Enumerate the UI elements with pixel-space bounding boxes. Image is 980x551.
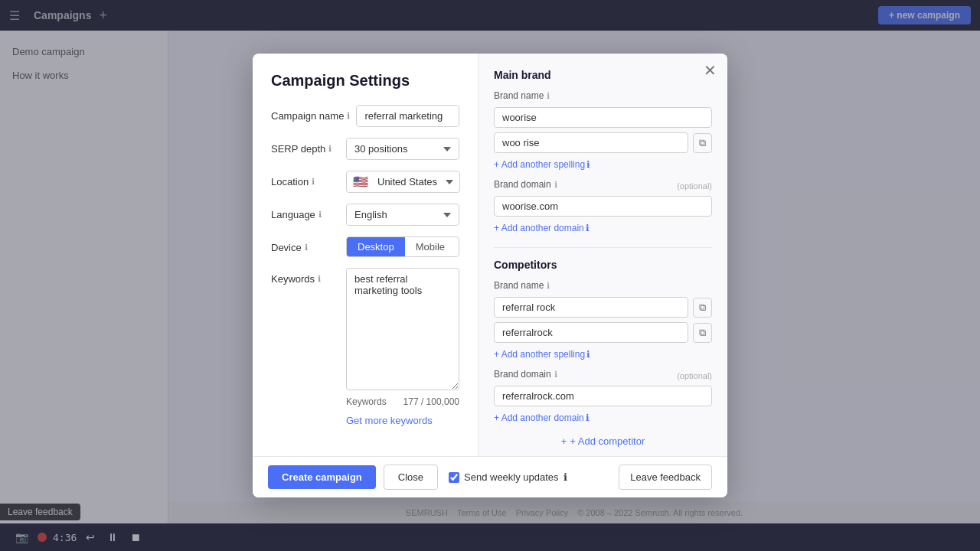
add-spelling-info-icon[interactable]: ℹ xyxy=(586,159,590,170)
main-brand-domain-optional: (optional) xyxy=(677,181,712,191)
language-wrap: English xyxy=(346,204,459,226)
keywords-label-text: Keywords xyxy=(346,396,387,407)
competitor-domain-optional: (optional) xyxy=(677,371,712,380)
competitor-add-domain-info-icon[interactable]: ℹ xyxy=(586,412,590,423)
send-updates-info-icon[interactable]: ℹ xyxy=(564,471,567,483)
device-wrap: Desktop Mobile xyxy=(346,236,459,257)
serp-depth-group: SERP depth ℹ 30 positions xyxy=(271,138,459,160)
left-panel: Campaign Settings Campaign name ℹ SERP d… xyxy=(253,54,479,456)
add-domain-info-icon[interactable]: ℹ xyxy=(586,223,590,233)
main-brand-add-domain-button[interactable]: + Add another domain ℹ xyxy=(494,221,590,235)
main-brand-domain-input[interactable] xyxy=(494,196,712,217)
device-toggle: Desktop Mobile xyxy=(346,236,459,257)
keywords-info-icon[interactable]: ℹ xyxy=(318,274,321,284)
main-brand-domain-row xyxy=(494,196,712,217)
desktop-button[interactable]: Desktop xyxy=(347,237,405,256)
main-brand-domain-info-icon[interactable]: ℹ xyxy=(554,180,557,190)
competitor-spelling-row: ⧉ xyxy=(494,322,712,343)
campaign-settings-modal: ✕ Campaign Settings Campaign name ℹ xyxy=(253,54,727,497)
us-flag-icon: 🇺🇸 xyxy=(347,174,374,189)
main-brand-title: Main brand xyxy=(494,69,712,81)
main-brand-name-label-row: Brand name ℹ xyxy=(494,90,712,104)
leave-feedback-button[interactable]: Leave feedback xyxy=(619,465,712,490)
create-campaign-button[interactable]: Create campaign xyxy=(268,465,376,489)
main-brand-copy-button[interactable]: ⧉ xyxy=(693,133,712,153)
keywords-textarea[interactable]: best referral marketing tools xyxy=(346,268,459,390)
competitor-domain-row xyxy=(494,386,712,406)
main-brand-domain-label: Brand domain ℹ xyxy=(494,179,557,190)
keywords-wrap: best referral marketing tools Keywords 1… xyxy=(346,268,459,429)
main-brand-name-input[interactable] xyxy=(494,107,712,128)
add-competitor-button[interactable]: + + Add competitor xyxy=(494,431,712,452)
location-label: Location ℹ xyxy=(271,171,340,187)
competitor-add-domain-button[interactable]: + Add another domain ℹ xyxy=(494,411,590,425)
competitor-brand-name-input[interactable] xyxy=(494,297,688,318)
competitor-domain-label-row: Brand domain ℹ (optional) xyxy=(494,369,712,383)
competitor-domain-info-icon[interactable]: ℹ xyxy=(554,370,557,380)
keywords-group: Keywords ℹ best referral marketing tools… xyxy=(271,268,459,429)
campaign-name-group: Campaign name ℹ xyxy=(271,105,459,127)
serp-depth-wrap: 30 positions xyxy=(346,138,459,160)
main-brand-section: Main brand Brand name ℹ ⧉ xyxy=(494,69,712,235)
competitor-spelling-input[interactable] xyxy=(494,322,688,343)
keywords-label: Keywords ℹ xyxy=(271,268,340,285)
modal-footer: Create campaign Close Send weekly update… xyxy=(253,456,727,497)
device-label: Device ℹ xyxy=(271,236,340,253)
device-group: Device ℹ Desktop Mobile xyxy=(271,236,459,257)
send-updates-checkbox[interactable] xyxy=(449,472,459,483)
competitor-brand-name-label-row: Brand name ℹ xyxy=(494,280,712,294)
competitor-copy-button[interactable]: ⧉ xyxy=(693,298,712,318)
device-info-icon[interactable]: ℹ xyxy=(305,243,308,253)
location-select-wrap: 🇺🇸 United States xyxy=(346,171,460,193)
send-updates-checkbox-wrap[interactable]: Send weekly updates ℹ xyxy=(449,471,567,483)
campaign-name-label: Campaign name ℹ xyxy=(271,105,350,122)
location-select[interactable]: United States xyxy=(374,171,459,192)
competitor-add-spelling-button[interactable]: + Add another spelling ℹ xyxy=(494,347,590,361)
language-group: Language ℹ English xyxy=(271,204,459,226)
close-button[interactable]: Close xyxy=(384,465,438,490)
keywords-count-value: 177 / 100,000 xyxy=(403,396,459,407)
location-wrap: 🇺🇸 United States xyxy=(346,171,460,193)
location-group: Location ℹ 🇺🇸 United States xyxy=(271,171,459,193)
competitor-brand-name-info-icon[interactable]: ℹ xyxy=(547,281,550,291)
language-info-icon[interactable]: ℹ xyxy=(318,210,322,220)
language-select[interactable]: English xyxy=(346,204,459,226)
competitor-domain-label: Brand domain ℹ xyxy=(494,369,557,380)
modal-close-button[interactable]: ✕ xyxy=(704,63,717,78)
serp-depth-label: SERP depth ℹ xyxy=(271,138,340,155)
right-panel: Main brand Brand name ℹ ⧉ xyxy=(479,54,727,456)
location-info-icon[interactable]: ℹ xyxy=(312,177,315,187)
modal-inner: Campaign Settings Campaign name ℹ SERP d… xyxy=(253,54,727,456)
main-brand-add-spelling-button[interactable]: + Add another spelling ℹ xyxy=(494,158,590,171)
get-more-keywords-button[interactable]: Get more keywords xyxy=(346,412,433,429)
main-brand-name-row xyxy=(494,107,712,128)
main-brand-name-info-icon[interactable]: ℹ xyxy=(547,91,550,101)
add-competitor-icon: + xyxy=(561,435,567,447)
main-brand-domain-label-row: Brand domain ℹ (optional) xyxy=(494,179,712,193)
language-label: Language ℹ xyxy=(271,204,340,220)
campaign-name-input[interactable] xyxy=(356,105,459,127)
competitors-section: Competitors Brand name ℹ ⧉ ⧉ xyxy=(494,247,712,452)
competitor-add-spelling-info-icon[interactable]: ℹ xyxy=(586,349,590,360)
keywords-count: Keywords 177 / 100,000 xyxy=(346,396,459,407)
campaign-name-info-icon[interactable]: ℹ xyxy=(347,111,350,121)
mobile-button[interactable]: Mobile xyxy=(405,237,456,256)
send-updates-label: Send weekly updates xyxy=(464,471,559,483)
serp-depth-select[interactable]: 30 positions xyxy=(346,138,459,160)
competitor-domain-input[interactable] xyxy=(494,386,712,406)
competitor-brand-name-label: Brand name ℹ xyxy=(494,280,550,291)
modal-title: Campaign Settings xyxy=(271,72,459,90)
serp-depth-info-icon[interactable]: ℹ xyxy=(328,144,332,154)
competitor-spelling-copy-button[interactable]: ⧉ xyxy=(693,323,712,343)
modal-backdrop: ✕ Campaign Settings Campaign name ℹ xyxy=(0,0,980,551)
main-brand-name-label: Brand name ℹ xyxy=(494,90,550,101)
main-brand-spelling-input[interactable] xyxy=(494,132,688,153)
main-brand-spelling-row: ⧉ xyxy=(494,132,712,153)
campaign-name-wrap xyxy=(356,105,459,127)
competitors-title: Competitors xyxy=(494,259,712,271)
competitor-brand-name-row: ⧉ xyxy=(494,297,712,318)
